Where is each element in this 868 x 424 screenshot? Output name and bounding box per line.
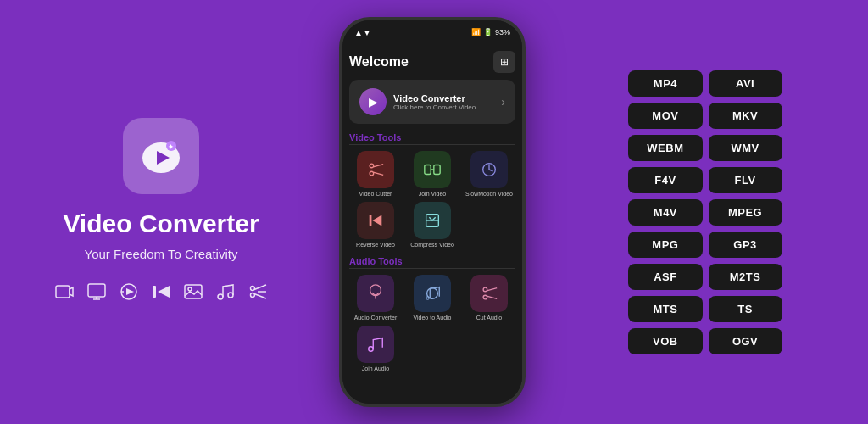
format-badge-mp4[interactable]: MP4 <box>628 70 702 97</box>
svg-line-43 <box>487 296 497 298</box>
audio-tools-label: Audio Tools <box>349 256 515 269</box>
slow-motion-icon-box <box>470 151 508 188</box>
format-badge-mpeg[interactable]: MPEG <box>709 199 782 226</box>
tool-audio-converter[interactable]: Audio Converter <box>349 275 402 321</box>
audio-converter-label: Audio Converter <box>354 315 398 321</box>
format-badge-wmv[interactable]: WMV <box>709 135 782 161</box>
format-badge-asf[interactable]: ASF <box>628 264 702 290</box>
svg-text:✦: ✦ <box>168 143 174 151</box>
phone-frame: ▲▼ 📶🔋 93% Welcome ⊞ ▶ Video Converter Cl… <box>339 17 526 407</box>
tool-cut-audio[interactable]: Cut Audio <box>463 275 515 321</box>
svg-rect-12 <box>153 286 156 298</box>
format-badge-vob[interactable]: VOB <box>628 328 702 354</box>
join-video-icon-box <box>414 151 451 188</box>
format-badge-webm[interactable]: WEBM <box>628 135 702 161</box>
svg-point-15 <box>188 287 192 291</box>
svg-point-40 <box>483 287 487 292</box>
svg-line-26 <box>373 172 383 175</box>
cut-audio-icon-box <box>470 275 508 312</box>
join-video-label: Join Video <box>419 191 447 198</box>
status-time: ▲▼ <box>354 28 371 37</box>
format-badge-f4v[interactable]: F4V <box>628 167 702 193</box>
svg-line-20 <box>254 285 266 290</box>
phone-notch: ▲▼ 📶🔋 93% <box>342 20 522 44</box>
tool-reverse-video[interactable]: Reverse Video <box>349 202 402 248</box>
feature-icon-cut <box>248 282 268 307</box>
svg-marker-5 <box>70 287 73 296</box>
cut-audio-label: Cut Audio <box>476 315 502 321</box>
video-tools-grid: Video Cutter Join Video SlowMotion Video… <box>349 151 515 249</box>
feature-icon-music <box>215 282 236 307</box>
svg-line-32 <box>489 170 493 171</box>
svg-rect-28 <box>434 165 440 175</box>
header-action-icon[interactable]: ⊞ <box>493 51 515 73</box>
feature-icon-edit <box>86 282 107 307</box>
slow-motion-label: SlowMotion Video <box>465 191 513 198</box>
compress-video-label: Compress Video <box>410 242 454 248</box>
svg-marker-10 <box>126 288 134 295</box>
svg-point-41 <box>483 295 487 299</box>
format-badge-mts[interactable]: MTS <box>628 296 702 322</box>
svg-point-18 <box>251 286 255 290</box>
audio-converter-icon-box <box>357 275 394 312</box>
format-grid: MP4AVIMOVMKVWEBMWMVF4VFLVM4VMPEGMPGGP3AS… <box>628 70 782 354</box>
svg-line-21 <box>254 293 266 298</box>
compress-video-icon-box <box>414 202 451 239</box>
reverse-video-icon-box <box>357 202 394 239</box>
format-badge-m2ts[interactable]: M2TS <box>709 264 782 290</box>
phone-section: ▲▼ 📶🔋 93% Welcome ⊞ ▶ Video Converter Cl… <box>322 0 542 424</box>
svg-rect-34 <box>370 215 372 226</box>
tool-slow-motion[interactable]: SlowMotion Video <box>463 151 515 198</box>
format-badge-m4v[interactable]: M4V <box>628 199 702 226</box>
svg-point-44 <box>369 347 374 352</box>
audio-tools-grid: Audio Converter Video to Audio Cut Audio… <box>349 275 515 373</box>
svg-point-24 <box>370 171 374 176</box>
svg-point-19 <box>251 293 255 297</box>
svg-line-42 <box>487 287 497 290</box>
tool-join-audio[interactable]: Join Audio <box>349 326 402 372</box>
svg-point-17 <box>228 293 233 298</box>
reverse-video-label: Reverse Video <box>356 242 395 248</box>
svg-line-25 <box>373 165 383 167</box>
banner-left: ▶ Video Converter Click here to Convert … <box>359 88 476 115</box>
format-badge-mpg[interactable]: MPG <box>628 232 702 258</box>
format-badge-ogv[interactable]: OGV <box>709 328 782 354</box>
format-badge-gp3[interactable]: GP3 <box>709 232 782 258</box>
join-audio-label: Join Audio <box>362 365 389 372</box>
phone-header: Welcome ⊞ <box>349 51 515 73</box>
svg-point-23 <box>370 164 374 168</box>
tool-video-cutter[interactable]: Video Cutter <box>349 151 402 198</box>
feature-icon-video <box>54 282 75 307</box>
phone-content[interactable]: Welcome ⊞ ▶ Video Converter Click here t… <box>342 44 522 404</box>
join-audio-icon-box <box>357 326 394 363</box>
banner-title: Video Converter <box>393 93 476 103</box>
svg-rect-6 <box>88 284 105 297</box>
svg-rect-4 <box>56 286 70 298</box>
tool-join-video[interactable]: Join Video <box>406 151 459 198</box>
right-section: MP4AVIMOVMKVWEBMWMVF4VFLVM4VMPEGMPGGP3AS… <box>542 0 868 424</box>
feature-icon-image <box>183 282 203 307</box>
format-badge-flv[interactable]: FLV <box>709 167 782 193</box>
feature-icon-speed <box>119 282 139 307</box>
feature-icon-rewind <box>151 282 171 307</box>
app-subtitle: Your Freedom To Creativity <box>85 247 238 261</box>
format-badge-mov[interactable]: MOV <box>628 103 702 129</box>
video-cutter-label: Video Cutter <box>359 191 392 198</box>
svg-marker-13 <box>158 286 170 298</box>
left-section: ✦ Video Converter Your Freedom To Creati… <box>0 0 322 424</box>
tool-video-to-audio[interactable]: Video to Audio <box>406 275 459 321</box>
svg-rect-27 <box>425 165 431 175</box>
svg-marker-33 <box>372 215 381 226</box>
app-icon: ✦ <box>123 118 199 194</box>
banner-arrow-icon: › <box>501 95 505 109</box>
welcome-title: Welcome <box>349 54 409 70</box>
feature-icons-row <box>54 282 268 307</box>
format-badge-mkv[interactable]: MKV <box>709 103 782 129</box>
tool-compress-video[interactable]: Compress Video <box>406 202 459 248</box>
svg-point-16 <box>218 294 223 299</box>
video-cutter-icon-box <box>357 151 394 188</box>
format-badge-avi[interactable]: AVI <box>709 70 782 97</box>
converter-banner[interactable]: ▶ Video Converter Click here to Convert … <box>349 80 515 124</box>
format-badge-ts[interactable]: TS <box>709 296 782 322</box>
video-to-audio-label: Video to Audio <box>413 315 451 321</box>
